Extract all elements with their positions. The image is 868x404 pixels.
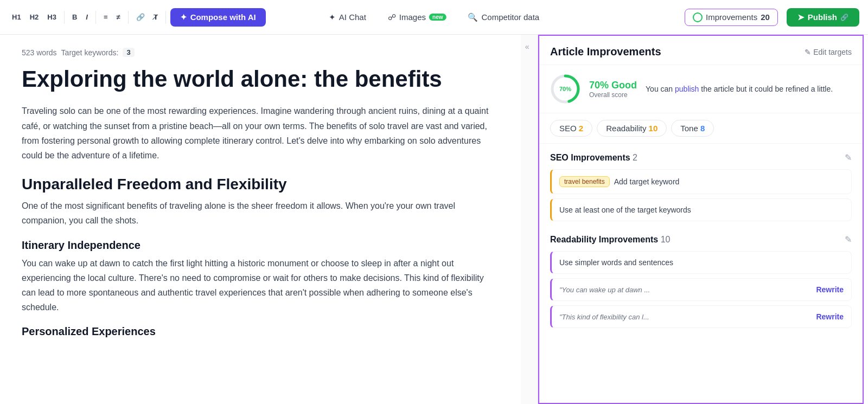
score-description: You can publish the article but it could… bbox=[646, 85, 852, 93]
seo-section-header: SEO Improvements 2 ✎ bbox=[550, 152, 852, 163]
seo-section-count: 2 bbox=[633, 153, 637, 162]
collapse-icon[interactable]: « bbox=[522, 39, 537, 54]
improvements-count-badge: 20 bbox=[761, 12, 770, 22]
publish-button[interactable]: ➤ Publish 🔗 bbox=[787, 8, 859, 27]
h1-button[interactable]: H1 bbox=[9, 11, 24, 23]
seo-count: 2 bbox=[579, 124, 583, 133]
compose-ai-icon: ✦ bbox=[180, 12, 187, 22]
article-body-3[interactable]: You can wake up at dawn to catch the fir… bbox=[22, 256, 499, 315]
seo-improvements-section: SEO Improvements 2 ✎ travel benefits Add… bbox=[539, 144, 863, 226]
seo-improvement-2-text: Use at least one of the target keywords bbox=[559, 206, 691, 214]
unordered-list-button[interactable]: ≠ bbox=[113, 11, 123, 23]
article-h2-1[interactable]: Unparalleled Freedom and Flexibility bbox=[22, 176, 499, 193]
ai-chat-button[interactable]: ✦ AI Chat bbox=[324, 10, 371, 24]
divider-4 bbox=[165, 11, 166, 24]
seo-edit-button[interactable]: ✎ bbox=[845, 152, 852, 163]
improvements-button[interactable]: Improvements 20 bbox=[685, 9, 778, 26]
seo-improvement-1[interactable]: travel benefits Add target keyword bbox=[550, 169, 852, 194]
ordered-list-button[interactable]: ≡ bbox=[100, 11, 111, 23]
divider-1 bbox=[64, 11, 65, 24]
readability-quote-1: "You can wake up at dawn ... bbox=[559, 286, 650, 294]
score-section: 70% 70% Good Overall score You can publi… bbox=[539, 65, 863, 113]
score-percent: 70% bbox=[559, 86, 571, 92]
readability-section-count: 10 bbox=[661, 235, 671, 244]
tab-readability[interactable]: Readability 10 bbox=[597, 120, 667, 137]
competitor-label: Competitor data bbox=[481, 12, 539, 22]
sidebar-title: Article Improvements bbox=[550, 46, 661, 58]
publish-icon: ➤ bbox=[797, 12, 805, 22]
ai-chat-icon: ✦ bbox=[329, 12, 336, 22]
divider-2 bbox=[95, 11, 96, 24]
readability-count: 10 bbox=[649, 124, 658, 133]
score-good-label: 70% Good bbox=[589, 80, 637, 91]
readability-edit-button[interactable]: ✎ bbox=[845, 234, 852, 245]
publish-label: Publish bbox=[808, 12, 837, 22]
sidebar-header: Article Improvements ✎ Edit targets bbox=[539, 36, 863, 65]
seo-section-title: SEO Improvements 2 bbox=[550, 153, 637, 163]
readability-quote-2: "This kind of flexibility can l... bbox=[559, 313, 649, 321]
editor-area[interactable]: 523 words Target keywords: 3 Exploring t… bbox=[0, 35, 521, 404]
improvements-label: Improvements bbox=[706, 12, 757, 22]
rewrite-link-1[interactable]: Rewrite bbox=[816, 285, 844, 294]
sidebar-toggle[interactable]: « bbox=[521, 35, 538, 404]
edit-targets-label: Edit targets bbox=[813, 48, 852, 56]
toolbar-right: Improvements 20 ➤ Publish 🔗 bbox=[685, 8, 859, 27]
publish-link[interactable]: publish bbox=[675, 85, 699, 93]
rewrite-link-2[interactable]: Rewrite bbox=[816, 312, 844, 321]
target-keywords-label: Target keywords: bbox=[61, 48, 119, 57]
keyword-count-badge: 3 bbox=[123, 48, 134, 57]
score-label-wrap: 70% Good Overall score bbox=[589, 80, 637, 99]
link-button[interactable]: 🔗 bbox=[133, 11, 148, 23]
article-body-1[interactable]: Traveling solo can be one of the most re… bbox=[22, 104, 499, 163]
images-new-badge: new bbox=[429, 14, 446, 21]
word-count-row: 523 words Target keywords: 3 bbox=[22, 48, 499, 57]
keyword-tag-travel-benefits: travel benefits bbox=[559, 176, 610, 187]
readability-improvement-1[interactable]: Use simpler words and sentences bbox=[550, 251, 852, 274]
images-label: Images bbox=[399, 12, 426, 22]
edit-targets-button[interactable]: ✎ Edit targets bbox=[805, 48, 852, 56]
clear-format-button[interactable]: T̸ bbox=[150, 11, 161, 23]
bold-button[interactable]: B bbox=[69, 11, 80, 23]
competitor-data-button[interactable]: 🔍 Competitor data bbox=[463, 10, 544, 24]
ai-chat-label: AI Chat bbox=[339, 12, 366, 22]
article-body-2[interactable]: One of the most significant benefits of … bbox=[22, 198, 499, 228]
h2-button[interactable]: H2 bbox=[27, 11, 42, 23]
toolbar-center-nav: ✦ AI Chat ☍ Images new 🔍 Competitor data bbox=[324, 10, 544, 24]
readability-section-header: Readability Improvements 10 ✎ bbox=[550, 234, 852, 245]
tab-tone[interactable]: Tone 8 bbox=[671, 120, 714, 137]
tone-count: 8 bbox=[700, 124, 705, 133]
images-button[interactable]: ☍ Images new bbox=[384, 10, 451, 24]
seo-improvement-1-text: Add target keyword bbox=[614, 177, 680, 186]
competitor-icon: 🔍 bbox=[468, 12, 478, 22]
score-sublabel: Overall score bbox=[589, 91, 637, 99]
italic-button[interactable]: I bbox=[82, 11, 91, 23]
compose-ai-button[interactable]: ✦ Compose with AI bbox=[170, 8, 266, 27]
images-icon: ☍ bbox=[388, 12, 396, 22]
divider-3 bbox=[128, 11, 129, 24]
readability-improvements-section: Readability Improvements 10 ✎ Use simple… bbox=[539, 226, 863, 332]
tabs-row: SEO 2 Readability 10 Tone 8 bbox=[539, 113, 863, 144]
readability-improvement-1-text: Use simpler words and sentences bbox=[559, 258, 673, 267]
article-h3-1[interactable]: Itinerary Independence bbox=[22, 239, 499, 252]
h3-button[interactable]: H3 bbox=[44, 11, 60, 23]
word-count: 523 words bbox=[22, 48, 57, 57]
readability-section-title: Readability Improvements 10 bbox=[550, 235, 670, 245]
publish-share-icon: 🔗 bbox=[840, 14, 848, 21]
seo-improvement-2[interactable]: Use at least one of the target keywords bbox=[550, 198, 852, 221]
formatting-tools: H1 H2 H3 B I ≡ ≠ 🔗 T̸ ✦ Compose with AI bbox=[9, 8, 266, 27]
tab-seo[interactable]: SEO 2 bbox=[550, 120, 592, 137]
readability-improvement-2[interactable]: "You can wake up at dawn ... Rewrite bbox=[550, 278, 852, 301]
score-circle: 70% bbox=[550, 74, 580, 104]
compose-ai-label: Compose with AI bbox=[190, 12, 256, 22]
score-percent-text: 70% bbox=[589, 80, 609, 91]
score-good-word: Good bbox=[611, 80, 637, 91]
article-h3-2[interactable]: Personalized Experiences bbox=[22, 325, 499, 338]
edit-icon: ✎ bbox=[805, 48, 811, 56]
main-layout: 523 words Target keywords: 3 Exploring t… bbox=[0, 35, 868, 404]
article-title[interactable]: Exploring the world alone: the benefits bbox=[22, 66, 499, 93]
sidebar-panel: Article Improvements ✎ Edit targets 70% … bbox=[538, 35, 864, 404]
readability-improvement-3[interactable]: "This kind of flexibility can l... Rewri… bbox=[550, 305, 852, 328]
toolbar: H1 H2 H3 B I ≡ ≠ 🔗 T̸ ✦ Compose with AI … bbox=[0, 0, 868, 35]
improvements-circle-icon bbox=[693, 12, 703, 22]
